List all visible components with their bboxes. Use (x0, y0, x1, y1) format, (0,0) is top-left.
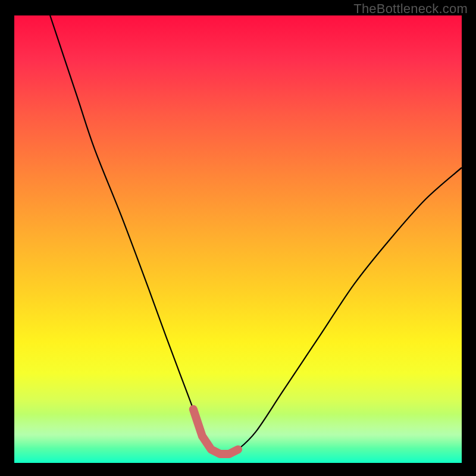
bottleneck-highlight-segment (193, 409, 238, 454)
chart-plot-area (14, 15, 462, 463)
chart-svg-layer (14, 15, 462, 463)
bottleneck-curve-line (50, 15, 462, 455)
watermark-text: TheBottleneck.com (353, 1, 468, 17)
